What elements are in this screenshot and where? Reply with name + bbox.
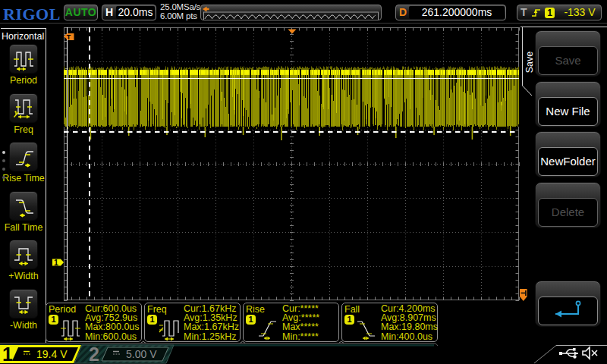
svg-text:5.00 V: 5.00 V [126, 348, 157, 360]
svg-text:T: T [67, 33, 71, 41]
svg-text:2: 2 [89, 344, 99, 364]
svg-text:1: 1 [54, 258, 58, 267]
svg-text:19.4 V: 19.4 V [36, 348, 68, 360]
svg-text:1: 1 [2, 344, 13, 364]
